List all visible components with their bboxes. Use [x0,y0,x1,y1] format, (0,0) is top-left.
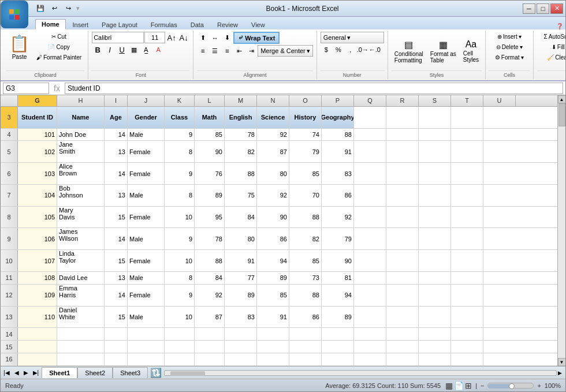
cell-R12[interactable] [386,285,419,306]
cell-O14[interactable] [289,328,322,340]
col-header-R[interactable]: R [386,95,419,106]
cell-K10[interactable]: 10 [165,250,195,271]
cell-G14[interactable] [18,328,57,340]
cell-K3[interactable]: Class [165,107,195,128]
cell-M9[interactable]: 80 [225,228,257,249]
cell-O3[interactable]: History [289,107,322,128]
cell-G5[interactable]: 102 [18,141,57,162]
cell-styles-button[interactable]: Aa CellStyles [460,35,482,68]
tab-page-layout[interactable]: Page Layout [95,20,144,29]
cell-O15[interactable] [289,341,322,353]
h-scroll-right[interactable]: ▶ [557,370,563,376]
zoom-in-button[interactable]: + [537,382,541,389]
sheet-nav-prev[interactable]: ◀ [13,369,21,376]
cell-U10[interactable] [483,250,516,271]
cell-T16[interactable] [451,353,483,365]
customize-btn[interactable]: ▾ [76,5,80,12]
cell-S6[interactable] [419,163,451,184]
cell-G7[interactable]: 104 [18,185,57,206]
redo-icon[interactable]: ↪ [62,3,74,14]
cell-T4[interactable] [451,129,483,141]
cell-N3[interactable]: Science [257,107,289,128]
cell-Q6[interactable] [354,163,386,184]
cell-O8[interactable]: 88 [289,207,322,228]
sheet-tab-3[interactable]: Sheet3 [113,367,148,378]
tab-formulas[interactable]: Formulas [144,20,184,29]
page-layout-button[interactable]: 📄 [454,381,464,390]
sheet-nav-first[interactable]: |◀ [2,369,12,376]
percent-icon[interactable]: % [333,44,344,55]
cell-Q7[interactable] [354,185,386,206]
cell-R9[interactable] [386,228,419,249]
cell-G16[interactable] [18,353,57,365]
cell-O5[interactable]: 79 [289,141,322,162]
row-num-12[interactable]: 12 [1,285,18,306]
tab-insert[interactable]: Insert [66,20,95,29]
col-header-J[interactable]: J [128,95,165,106]
cell-T7[interactable] [451,185,483,206]
sheet-nav-next[interactable]: ▶ [22,369,30,376]
cell-Q3[interactable] [354,107,386,128]
underline-button[interactable]: U [116,44,128,55]
cell-R7[interactable] [386,185,419,206]
copy-button[interactable]: 📄 Copy [33,42,84,52]
cell-J13[interactable]: Male [128,307,165,328]
decrease-indent-icon[interactable]: ⇤ [233,46,245,56]
cell-N5[interactable]: 87 [257,141,289,162]
increase-decimal-icon[interactable]: .0→ [357,44,368,55]
cell-M6[interactable]: 88 [225,163,257,184]
cell-I11[interactable]: 13 [105,272,128,284]
cell-O16[interactable] [289,353,322,365]
cell-I13[interactable]: 15 [105,307,128,328]
row-num-15[interactable]: 15 [1,341,18,353]
cell-L6[interactable]: 76 [195,163,225,184]
merge-center-button[interactable]: Merge & Center ▾ [258,45,313,57]
cell-S11[interactable] [419,272,451,284]
cell-U7[interactable] [483,185,516,206]
decrease-decimal-icon[interactable]: ←.0 [369,44,381,55]
conditional-formatting-button[interactable]: ▤ ConditionalFormatting [392,35,426,68]
cell-O11[interactable]: 73 [289,272,322,284]
cell-N15[interactable] [257,341,289,353]
col-header-H[interactable]: H [57,95,105,106]
cell-I16[interactable] [105,353,128,365]
zoom-slider[interactable] [487,383,534,389]
horizontal-scrollbar[interactable]: ▶ [162,370,565,376]
cell-R14[interactable] [386,328,419,340]
cell-K9[interactable]: 9 [165,228,195,249]
cell-L8[interactable]: 95 [195,207,225,228]
cell-G6[interactable]: 103 [18,163,57,184]
align-top-icon[interactable]: ⬆ [197,33,208,43]
cell-S5[interactable] [419,141,451,162]
paste-button[interactable]: 📋 Paste [6,32,32,62]
cell-Q11[interactable] [354,272,386,284]
cell-P5[interactable]: 91 [322,141,354,162]
fill-button[interactable]: ⬇ Fill ▾ [537,42,566,52]
cell-L9[interactable]: 78 [195,228,225,249]
cell-H8[interactable]: MaryDavis [57,207,105,228]
clear-button[interactable]: 🧹 Clear ▾ [537,53,566,62]
cell-S15[interactable] [419,341,451,353]
cell-H7[interactable]: BobJohnson [57,185,105,206]
col-header-M[interactable]: M [225,95,257,106]
font-grow-icon[interactable]: A↑ [166,32,177,43]
cell-I8[interactable]: 15 [105,207,128,228]
cell-J9[interactable]: Male [128,228,165,249]
page-break-button[interactable]: ⊞ [465,381,472,390]
row-num-4[interactable]: 4 [1,129,18,141]
minimize-button[interactable]: ─ [523,3,535,14]
cell-T11[interactable] [451,272,483,284]
cell-U12[interactable] [483,285,516,306]
help-icon[interactable]: ❓ [556,23,563,29]
cell-I9[interactable]: 14 [105,228,128,249]
cell-N13[interactable]: 91 [257,307,289,328]
sheet-tab-2[interactable]: Sheet2 [77,367,113,378]
cell-M14[interactable] [225,328,257,340]
cell-Q15[interactable] [354,341,386,353]
cell-J4[interactable]: Male [128,129,165,141]
cell-G12[interactable]: 109 [18,285,57,306]
cell-J5[interactable]: Female [128,141,165,162]
cell-R13[interactable] [386,307,419,328]
cell-I14[interactable] [105,328,128,340]
cell-U15[interactable] [483,341,516,353]
